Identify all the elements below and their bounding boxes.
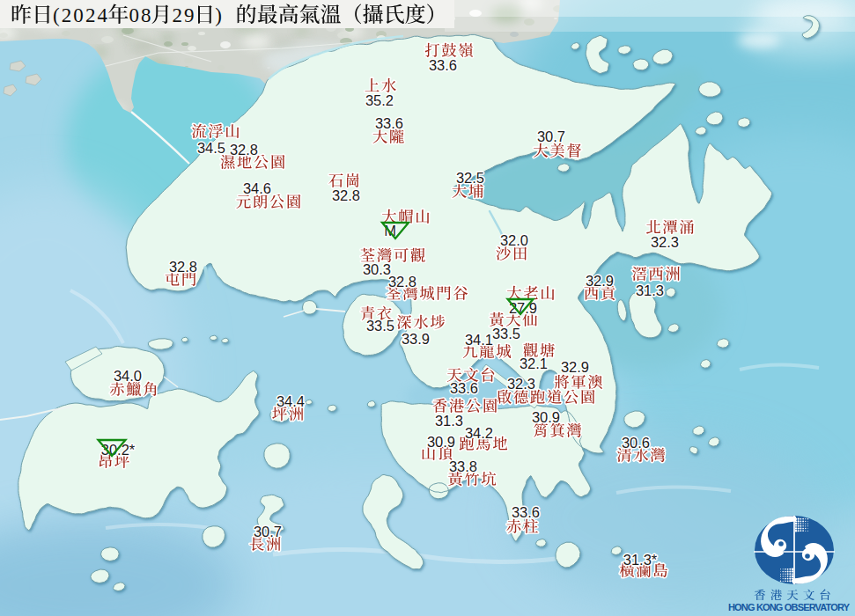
svg-text:32.8: 32.8	[332, 187, 360, 203]
svg-text:30.9: 30.9	[427, 434, 455, 450]
svg-text:34.6: 34.6	[243, 180, 271, 196]
svg-text:32.1: 32.1	[520, 356, 548, 371]
svg-text:HONG KONG OBSERVATORY: HONG KONG OBSERVATORY	[728, 602, 851, 612]
svg-text:33.6: 33.6	[375, 115, 403, 131]
svg-text:32.5: 32.5	[456, 170, 484, 186]
svg-text:34.5: 34.5	[197, 140, 225, 156]
svg-text:32.8: 32.8	[230, 142, 258, 158]
svg-text:31.3: 31.3	[435, 413, 463, 429]
svg-text:32.3: 32.3	[651, 234, 679, 250]
svg-text:32.9: 32.9	[586, 273, 614, 289]
svg-text:32.0: 32.0	[500, 232, 528, 248]
svg-text:32.8: 32.8	[388, 274, 416, 290]
svg-text:32.8: 32.8	[169, 259, 197, 275]
svg-text:31.3*: 31.3*	[623, 552, 658, 568]
svg-text:33.6: 33.6	[450, 380, 478, 396]
svg-text:34.1: 34.1	[465, 332, 493, 348]
svg-text:31.3: 31.3	[636, 282, 664, 298]
svg-text:): )	[215, 4, 222, 26]
svg-text:(2024: (2024	[53, 4, 108, 26]
svg-text:34.0: 34.0	[114, 368, 142, 384]
svg-text:32.9: 32.9	[561, 359, 589, 375]
svg-text:33.6: 33.6	[512, 504, 540, 520]
svg-text:33.6: 33.6	[429, 57, 457, 73]
svg-text:32.3: 32.3	[507, 376, 535, 392]
svg-text:27.9: 27.9	[509, 300, 537, 316]
svg-text:30.3: 30.3	[363, 261, 391, 277]
svg-text:33.9: 33.9	[402, 331, 430, 347]
svg-text:33.5: 33.5	[366, 318, 394, 334]
svg-text:34.2: 34.2	[465, 425, 493, 441]
svg-text:30.9: 30.9	[532, 409, 560, 425]
svg-text:30.7: 30.7	[537, 128, 565, 144]
svg-text:35.2: 35.2	[365, 92, 394, 108]
svg-text:30.6: 30.6	[622, 435, 650, 451]
svg-text:33.8: 33.8	[449, 458, 477, 474]
svg-text:34.4: 34.4	[276, 393, 305, 409]
svg-text:33.5: 33.5	[492, 326, 520, 341]
svg-text:30.7: 30.7	[254, 524, 282, 539]
